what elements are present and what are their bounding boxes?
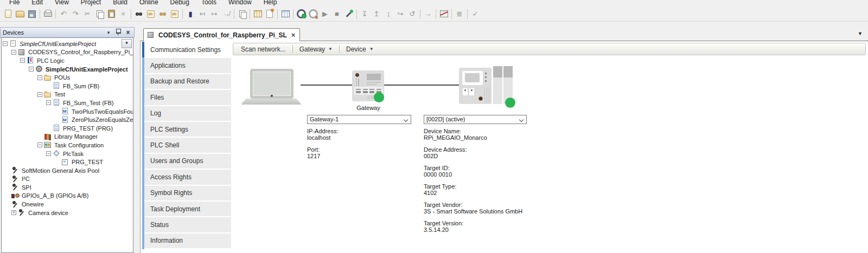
find-replace-button[interactable]: [145, 8, 157, 20]
menu-help[interactable]: Help: [258, 0, 283, 4]
tree-item[interactable]: −PlcTask: [2, 150, 133, 158]
collapse-icon[interactable]: −: [3, 41, 8, 46]
menu-debug[interactable]: Debug: [164, 0, 195, 4]
tree-item[interactable]: −CODESYS_Control_for_Raspberry_Pi_SL (CO…: [2, 48, 133, 57]
tab-codesys-control[interactable]: CODESYS_Control_for_Raspberry_Pi_SL ×: [143, 28, 300, 41]
tree-item[interactable]: −FB_Sum_Test (FB): [2, 99, 133, 107]
library-repository-button[interactable]: [279, 8, 291, 20]
find-in-project-button[interactable]: [157, 8, 169, 20]
device-menu-button[interactable]: Device ▼: [341, 46, 379, 53]
open-project-button[interactable]: [14, 8, 26, 20]
nav-item-symbol-rights[interactable]: Symbol Rights: [144, 186, 231, 200]
menu-view[interactable]: View: [49, 0, 75, 4]
find-button[interactable]: [133, 8, 145, 20]
collapse-icon[interactable]: −: [20, 58, 25, 63]
tree-item[interactable]: −SimpleCfUnitExampleProject: [2, 40, 133, 48]
gateway-select[interactable]: Gateway-1: [307, 115, 411, 124]
toggle-bookmark-button[interactable]: ▮: [184, 8, 196, 20]
nav-item-log[interactable]: Log: [144, 106, 231, 121]
new-project-button[interactable]: [2, 8, 14, 20]
clear-bookmarks-button[interactable]: ↛: [220, 8, 232, 20]
generate-code-button[interactable]: [264, 8, 276, 20]
nav-item-files[interactable]: Files: [144, 90, 231, 105]
tree-item[interactable]: +Camera device: [2, 209, 133, 217]
step-into-button[interactable]: ↥: [371, 8, 382, 20]
expand-icon[interactable]: +: [11, 210, 16, 215]
tree-item[interactable]: SPI: [2, 183, 133, 192]
pin-icon[interactable]: [114, 30, 122, 36]
redo-button[interactable]: ↷: [69, 8, 81, 20]
online-config-mode-button[interactable]: [343, 8, 355, 20]
menu-build[interactable]: Build: [107, 0, 133, 4]
undo-button[interactable]: ↶: [58, 8, 69, 20]
next-statement-button[interactable]: →: [422, 8, 434, 20]
collapse-icon[interactable]: −: [11, 50, 16, 55]
scan-network-button[interactable]: Scan network...: [235, 46, 291, 53]
tree-item[interactable]: PRG_TEST: [2, 158, 133, 166]
device-select[interactable]: [002D] (active): [424, 115, 527, 124]
menu-edit[interactable]: Edit: [25, 0, 49, 4]
nav-item-backup-and-restore[interactable]: Backup and Restore: [144, 74, 231, 89]
start-button[interactable]: ▶: [319, 8, 331, 20]
stop-button[interactable]: ■: [331, 8, 343, 20]
tree-item[interactable]: GPIOs_A_B (GPIOs A/B): [2, 192, 133, 200]
step-out-button[interactable]: ↨: [382, 8, 394, 20]
tree-item[interactable]: −Test: [2, 90, 133, 99]
window-menu-icon[interactable]: ▾: [105, 30, 112, 35]
tree-item[interactable]: ZeroPlusZeroEqualsZero (priv: [2, 115, 133, 124]
nav-item-plc-shell[interactable]: PLC Shell: [144, 138, 231, 152]
nav-item-communication-settings[interactable]: Communication Settings: [144, 42, 231, 57]
tab-overflow-icon[interactable]: ▼: [858, 31, 863, 36]
tab-close-icon[interactable]: ×: [291, 33, 296, 38]
logout-button[interactable]: [307, 8, 319, 20]
print-button[interactable]: [42, 8, 54, 20]
login-button[interactable]: [295, 8, 307, 20]
force-values-button[interactable]: ≣: [454, 8, 465, 20]
collapse-icon[interactable]: −: [46, 151, 51, 156]
replace-in-project-button[interactable]: [169, 8, 181, 20]
tree-item[interactable]: −PLC Logic: [2, 56, 133, 65]
menu-file[interactable]: File: [3, 0, 25, 4]
nav-item-plc-settings[interactable]: PLC Settings: [144, 122, 231, 137]
copy-button[interactable]: [93, 8, 105, 20]
tree-item[interactable]: −SimpleCfUnitExampleProject: [2, 65, 133, 74]
compile-button[interactable]: [236, 8, 248, 20]
tree-item[interactable]: Library Manager: [2, 133, 133, 141]
nav-item-task-deployment[interactable]: Task Deployment: [144, 202, 231, 216]
previous-bookmark-button[interactable]: ↤: [196, 8, 208, 20]
collapse-icon[interactable]: −: [46, 100, 51, 105]
tree-item[interactable]: Onewire: [2, 200, 133, 209]
menu-online[interactable]: Online: [133, 0, 164, 4]
menu-window[interactable]: Window: [222, 0, 258, 4]
step-over-button[interactable]: ↧: [359, 8, 371, 20]
collapse-icon[interactable]: −: [37, 75, 42, 80]
gateway-menu-button[interactable]: Gateway ▼: [294, 46, 338, 53]
nav-item-information[interactable]: Information: [144, 233, 231, 248]
close-icon[interactable]: ×: [124, 29, 132, 36]
toggle-breakpoint-button[interactable]: [438, 8, 450, 20]
menu-project[interactable]: Project: [75, 0, 107, 4]
cut-button[interactable]: ✂: [81, 8, 93, 20]
flow-control-button[interactable]: ✓: [469, 8, 481, 20]
nav-item-users-and-groups[interactable]: Users and Groups: [144, 154, 231, 168]
tree-item[interactable]: −POUs: [2, 73, 133, 82]
tree-item[interactable]: TwoPlusTwoEqualsFour (priva: [2, 107, 133, 116]
device-filter-dropdown[interactable]: ▼: [122, 39, 132, 48]
paste-button[interactable]: [105, 8, 117, 20]
tree-item[interactable]: −Task Configuration: [2, 141, 133, 150]
tree-item[interactable]: SoftMotion General Axis Pool: [2, 166, 133, 175]
build-button[interactable]: [252, 8, 264, 20]
tree-item[interactable]: I²C: [2, 175, 133, 184]
nav-item-status[interactable]: Status: [144, 217, 231, 232]
collapse-icon[interactable]: −: [37, 142, 42, 147]
run-to-cursor-button[interactable]: ↪: [394, 8, 406, 20]
menu-tools[interactable]: Tools: [195, 0, 222, 4]
reset-warm-button[interactable]: ↺: [406, 8, 418, 20]
delete-button[interactable]: ×: [117, 8, 129, 20]
nav-item-access-rights[interactable]: Access Rights: [144, 170, 231, 184]
collapse-icon[interactable]: −: [37, 92, 42, 97]
collapse-icon[interactable]: −: [29, 67, 34, 72]
tree-item[interactable]: FB_Sum (FB): [2, 82, 133, 90]
nav-item-applications[interactable]: Applications: [144, 58, 231, 73]
next-bookmark-button[interactable]: ↦: [208, 8, 220, 20]
